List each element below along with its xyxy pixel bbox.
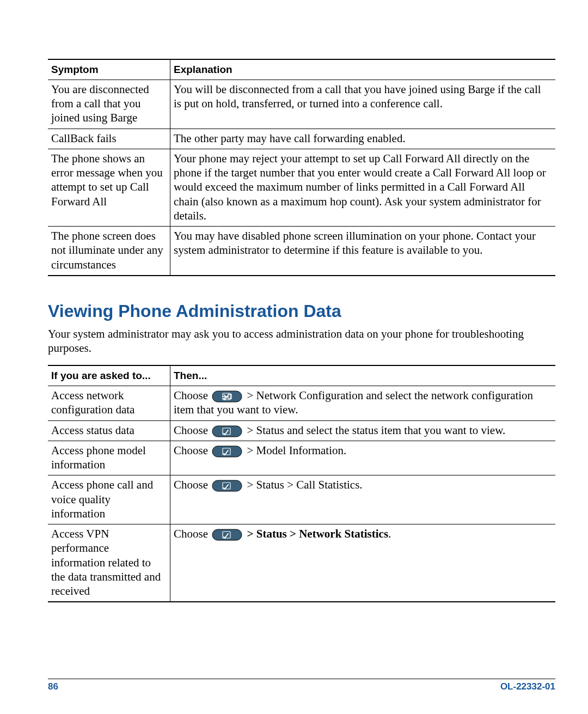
symptom-cell: The phone shows an error message when yo… [48,149,170,226]
choose-label: Choose [174,389,208,402]
symptom-cell: You are disconnected from a call that yo… [48,80,170,129]
settings-button-icon [212,529,242,541]
asked-cell: Access phone call and voice quality info… [48,475,170,524]
after-text: > Model Information. [244,444,346,457]
explanation-header: Explanation [170,59,556,80]
then-cell: Choose > Status and select the status it… [170,420,556,441]
table-row: The phone shows an error message when yo… [48,149,555,226]
settings-button-icon [212,425,242,437]
after-text-bold: > Status > Network Statistics [244,527,388,540]
settings-button-icon [212,480,242,492]
choose-label: Choose [174,527,208,540]
after-text-trailing: . [388,527,391,540]
section-heading: Viewing Phone Administration Data [48,301,555,321]
footer-rule [48,679,555,679]
then-cell: Choose > Network Configuration and selec… [170,386,556,421]
symptom-table: Symptom Explanation You are disconnected… [48,59,555,276]
explanation-cell: Your phone may reject your attempt to se… [170,149,556,226]
choose-label: Choose [174,424,208,437]
page-number: 86 [48,681,58,692]
asked-header: If you are asked to... [48,365,170,386]
document-id: OL-22332-01 [500,681,555,692]
then-cell: Choose > Model Information. [170,441,556,475]
symptom-cell: CallBack fails [48,129,170,149]
table-row: Access phone model information Choose > … [48,441,555,475]
choose-label: Choose [174,444,208,457]
after-text: > Status and select the status item that… [244,424,505,437]
table-row: CallBack fails The other party may have … [48,129,555,149]
choose-label: Choose [174,478,208,491]
asked-cell: Access status data [48,420,170,441]
then-cell: Choose > Status > Network Statistics. [170,524,556,602]
asked-cell: Access network configuration data [48,386,170,421]
explanation-cell: The other party may have call forwarding… [170,129,556,149]
table-row: Access status data Choose > Status and s… [48,420,555,441]
after-text: > Status > Call Statistics. [244,478,362,491]
intro-paragraph: Your system administrator may ask you to… [48,327,555,356]
table-row: The phone screen does not illuminate und… [48,227,555,276]
then-cell: Choose > Status > Call Statistics. [170,475,556,524]
symptom-cell: The phone screen does not illuminate und… [48,227,170,276]
then-header: Then... [170,365,556,386]
symptom-header: Symptom [48,59,170,80]
settings-button-icon [212,390,242,402]
document-page: Symptom Explanation You are disconnected… [0,0,588,714]
asked-cell: Access VPN performance information relat… [48,524,170,602]
table-row: You are disconnected from a call that yo… [48,80,555,129]
table-row: Access network configuration data Choose… [48,386,555,421]
admin-table: If you are asked to... Then... Access ne… [48,365,555,602]
asked-cell: Access phone model information [48,441,170,475]
settings-button-icon [212,446,242,457]
table-row: Access phone call and voice quality info… [48,475,555,524]
explanation-cell: You will be disconnected from a call tha… [170,80,556,129]
page-footer: 86 OL-22332-01 [48,679,555,692]
table-row: Access VPN performance information relat… [48,524,555,602]
explanation-cell: You may have disabled phone screen illum… [170,227,556,276]
